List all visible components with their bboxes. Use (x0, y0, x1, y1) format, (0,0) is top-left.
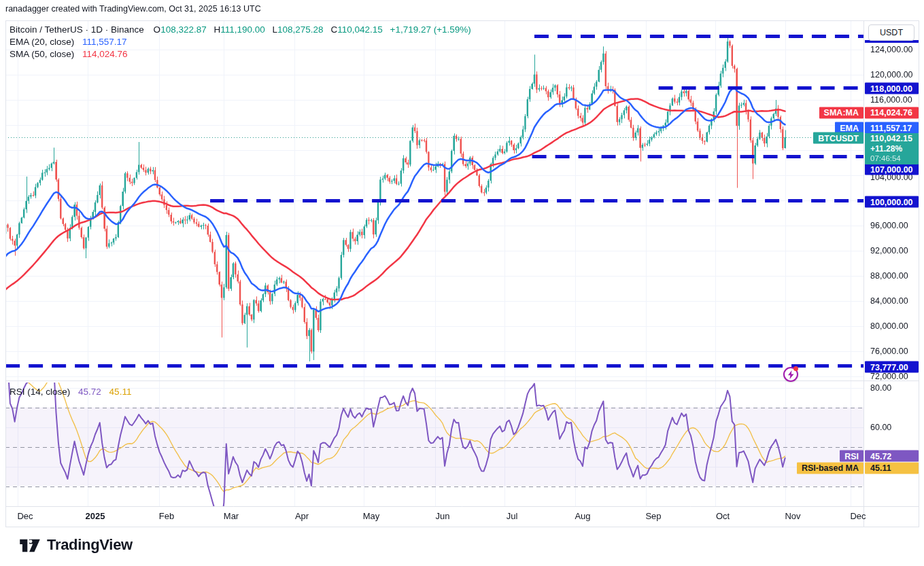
high-value: 111,190.00 (220, 24, 265, 35)
indicator-value-badge: 114,024.76 (865, 107, 919, 118)
price-level-badge: 107,000.00 (865, 164, 919, 175)
price-axis-label: 92,000.00 (870, 246, 908, 255)
ema-value: 111,557.17 (82, 37, 127, 47)
chart-legend: Bitcoin / TetherUS · 1D · Binance O108,3… (10, 24, 471, 61)
indicator-value-badge: 111,557.17 (865, 122, 919, 134)
time-axis-label: Jul (507, 511, 518, 521)
symbol-tag: BTCUSDT (813, 132, 863, 144)
price-axis-label: 120,000.00 (870, 70, 913, 79)
time-axis-label: 2025 (86, 511, 105, 521)
change-value: +1,719.27 (+1.59%) (390, 24, 471, 35)
time-axis-label: Aug (575, 511, 590, 521)
price-axis-label: 80.00 (870, 383, 891, 393)
price-axis-label: 72,000.00 (870, 372, 908, 381)
time-axis-label: Apr (295, 511, 309, 521)
price-level-badge: 73,777.00 (865, 361, 919, 373)
time-axis-label: Oct (716, 511, 730, 521)
rsi-ma-value: 45.11 (109, 387, 132, 397)
sma-label: SMA (50, close) (10, 49, 74, 59)
price-axis-label: 60.00 (870, 423, 891, 432)
price-axis-label: 96,000.00 (870, 221, 908, 230)
price-unit-button[interactable]: USDT (868, 24, 914, 41)
time-axis-label: Jun (436, 511, 450, 521)
ema-legend-row[interactable]: EMA (20, close) 111,557.17 (10, 37, 471, 48)
credit-text: ranadagger created with TradingView.com,… (5, 4, 261, 14)
rsi-based-ma-tag: RSI-based MA (797, 462, 863, 474)
current-price-badge: 110,042.15+11.28%07:46:54 (865, 133, 919, 164)
price-axis-label: 84,000.00 (870, 296, 908, 306)
price-axis-label: 116,000.00 (870, 95, 912, 105)
tradingview-brand-text: TradingView (47, 536, 133, 554)
symbol-title[interactable]: Bitcoin / TetherUS · 1D · Binance (10, 24, 144, 35)
time-axis-label: Sep (645, 511, 661, 521)
indicator-value-badge: 45.11 (865, 462, 919, 474)
price-axis-label: 88,000.00 (870, 271, 908, 281)
price-axis-label: 124,000.00 (870, 45, 913, 54)
high-label: H (213, 24, 220, 35)
sma-ma-tag: SMA:MA (819, 107, 863, 118)
price-level-badge: 100,000.00 (865, 196, 919, 208)
tradingview-mark-icon (19, 537, 41, 553)
price-axis-label: 76,000.00 (870, 347, 908, 356)
flash-events-button[interactable] (783, 367, 798, 382)
time-axis-label: Feb (159, 511, 174, 521)
symbol-legend-row[interactable]: Bitcoin / TetherUS · 1D · Binance O108,3… (10, 24, 471, 35)
open-label: O (154, 24, 161, 35)
rsi-tag: RSI (840, 450, 863, 462)
price-level-badge: 118,000.00 (865, 83, 919, 94)
tradingview-logo[interactable]: TradingView (19, 536, 133, 554)
lightning-icon (787, 370, 795, 379)
rsi-legend-row[interactable]: RSI (14, close) 45.72 45.11 (10, 387, 131, 397)
close-label: C (330, 24, 337, 35)
indicator-value-badge: 45.72 (865, 450, 919, 462)
close-value: 110,042.15 (337, 24, 383, 35)
time-axis-label: Dec (17, 511, 33, 521)
open-value: 108,322.87 (160, 24, 207, 35)
low-value: 108,275.28 (277, 24, 324, 35)
rsi-value: 45.72 (78, 387, 101, 397)
sma-value: 114,024.76 (82, 49, 128, 59)
time-axis-label: Mar (224, 511, 239, 521)
time-axis-label: Dec (850, 511, 866, 521)
time-axis-label: Nov (785, 511, 800, 521)
price-axis-label: 80,000.00 (870, 321, 908, 331)
notification-dot (793, 366, 798, 371)
time-axis-label: May (363, 511, 380, 521)
rsi-label: RSI (14, close) (10, 387, 70, 397)
sma-legend-row[interactable]: SMA (50, close) 114,024.76 (10, 49, 471, 60)
low-label: L (273, 24, 278, 35)
ema-label: EMA (20, close) (10, 37, 74, 47)
